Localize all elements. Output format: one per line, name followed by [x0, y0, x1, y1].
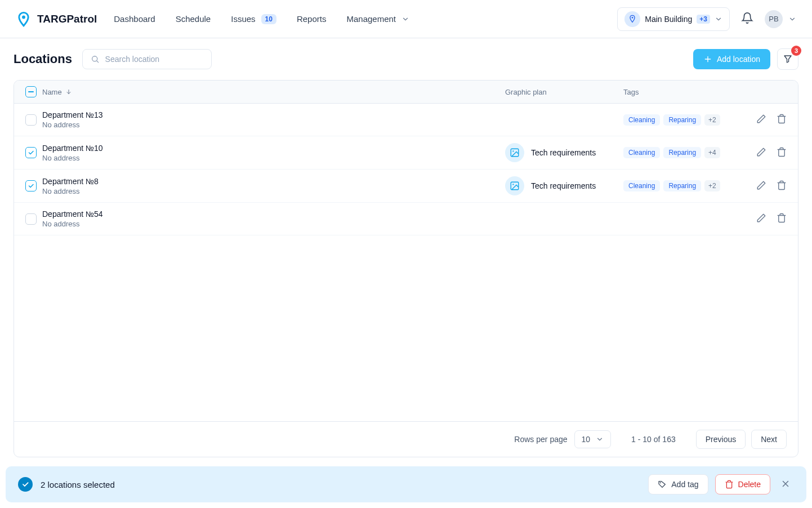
column-tags[interactable]: Tags: [623, 88, 736, 96]
location-pin-icon: [624, 11, 640, 27]
issues-badge: 10: [261, 14, 276, 24]
pencil-icon: [756, 114, 766, 124]
pencil-icon: [756, 147, 766, 157]
nav-label: Management: [346, 14, 396, 24]
select-all-checkbox[interactable]: [25, 86, 37, 97]
tag: Reparing: [663, 180, 701, 191]
table-body: Department №13No addressCleaningReparing…: [14, 104, 798, 235]
chevron-down-icon: [715, 15, 722, 23]
user-menu[interactable]: PB: [765, 10, 796, 28]
pencil-icon: [756, 213, 766, 223]
svg-point-6: [512, 184, 514, 185]
row-name: Department №8: [42, 177, 99, 186]
logo[interactable]: TARGPatrol: [16, 11, 97, 27]
tag-more[interactable]: +2: [704, 114, 720, 126]
pencil-icon: [756, 180, 766, 190]
table-footer: Rows per page 10 1 - 10 of 163 Previous …: [14, 421, 798, 457]
svg-point-2: [92, 56, 97, 61]
row-name: Department №13: [42, 110, 103, 119]
add-location-button[interactable]: Add location: [693, 49, 770, 69]
delete-row-button[interactable]: [777, 114, 787, 126]
table-row[interactable]: Department №13No addressCleaningReparing…: [14, 104, 798, 136]
tag: Cleaning: [623, 114, 660, 126]
plan-name: Tech requirements: [531, 148, 596, 157]
header-right: Main Building +3 PB: [617, 7, 796, 31]
svg-point-4: [512, 150, 514, 151]
locations-table: Name Graphic plan Tags Department №13No …: [14, 80, 798, 457]
column-name[interactable]: Name: [42, 88, 505, 96]
edit-button[interactable]: [756, 213, 766, 225]
column-label: Name: [42, 88, 62, 96]
column-plan[interactable]: Graphic plan: [505, 88, 623, 96]
location-selector[interactable]: Main Building +3: [617, 7, 730, 31]
graphic-plan[interactable]: Tech requirements: [505, 143, 623, 162]
row-address: No address: [42, 121, 103, 129]
row-address: No address: [42, 220, 103, 228]
rows-value: 10: [582, 435, 591, 444]
chevron-down-icon: [401, 15, 409, 23]
tag: Cleaning: [623, 180, 660, 191]
table-row[interactable]: Department №8No addressTech requirements…: [14, 170, 798, 203]
edit-button[interactable]: [756, 114, 766, 126]
svg-point-1: [632, 17, 633, 19]
row-checkbox[interactable]: [25, 114, 37, 126]
row-checkbox[interactable]: [25, 180, 37, 191]
edit-button[interactable]: [756, 147, 766, 159]
next-button[interactable]: Next: [751, 430, 787, 449]
table-row[interactable]: Department №10No addressTech requirement…: [14, 136, 798, 170]
trash-icon: [777, 114, 787, 124]
trash-icon: [777, 147, 787, 157]
pager: Previous Next: [696, 430, 787, 449]
filter-button[interactable]: 3: [777, 48, 798, 70]
nav-label: Dashboard: [114, 14, 155, 24]
delete-row-button[interactable]: [777, 213, 787, 225]
notifications-button[interactable]: [741, 12, 753, 26]
nav-schedule[interactable]: Schedule: [176, 14, 211, 24]
tag-more[interactable]: +4: [704, 147, 720, 158]
edit-button[interactable]: [756, 180, 766, 192]
nav-label: Schedule: [176, 14, 211, 24]
top-nav: TARGPatrol Dashboard Schedule Issues 10 …: [0, 0, 812, 38]
avatar: PB: [765, 10, 783, 28]
chevron-down-icon: [596, 435, 604, 443]
table-row[interactable]: Department №54No address: [14, 203, 798, 235]
toolbar-actions: Add location 3: [693, 48, 798, 70]
nav-label: Reports: [297, 14, 327, 24]
location-name: Main Building: [645, 15, 692, 24]
rows-per-page-select[interactable]: 10: [574, 430, 612, 448]
row-checkbox[interactable]: [25, 213, 37, 225]
previous-button[interactable]: Previous: [696, 430, 746, 449]
bell-icon: [741, 12, 753, 24]
column-label: Tags: [623, 88, 639, 96]
tag-more[interactable]: +2: [704, 180, 720, 191]
main-nav: Dashboard Schedule Issues 10 Reports Man…: [114, 14, 409, 24]
svg-point-0: [22, 15, 25, 19]
search-icon: [91, 54, 100, 64]
delete-row-button[interactable]: [777, 180, 787, 192]
row-checkbox[interactable]: [25, 147, 37, 158]
chevron-down-icon: [788, 15, 796, 23]
image-icon: [505, 176, 524, 195]
nav-management[interactable]: Management: [346, 14, 409, 24]
row-name: Department №54: [42, 210, 103, 219]
tag: Cleaning: [623, 147, 660, 158]
filter-icon: [783, 54, 793, 64]
page-title: Locations: [14, 52, 72, 66]
rows-label: Rows per page: [514, 435, 567, 444]
column-label: Graphic plan: [505, 88, 547, 96]
filter-badge: 3: [791, 46, 801, 56]
trash-icon: [777, 180, 787, 190]
nav-dashboard[interactable]: Dashboard: [114, 14, 155, 24]
nav-issues[interactable]: Issues 10: [231, 14, 276, 24]
brand-name: TARGPatrol: [37, 13, 97, 25]
delete-row-button[interactable]: [777, 147, 787, 159]
search-input[interactable]: [105, 55, 203, 64]
nav-label: Issues: [231, 14, 255, 24]
location-more-badge: +3: [697, 15, 710, 24]
search-box[interactable]: [82, 49, 212, 69]
page-toolbar: Locations Add location 3: [0, 38, 812, 80]
pagination-range: 1 - 10 of 163: [631, 435, 676, 444]
plan-name: Tech requirements: [531, 181, 596, 190]
graphic-plan[interactable]: Tech requirements: [505, 176, 623, 195]
nav-reports[interactable]: Reports: [297, 14, 327, 24]
